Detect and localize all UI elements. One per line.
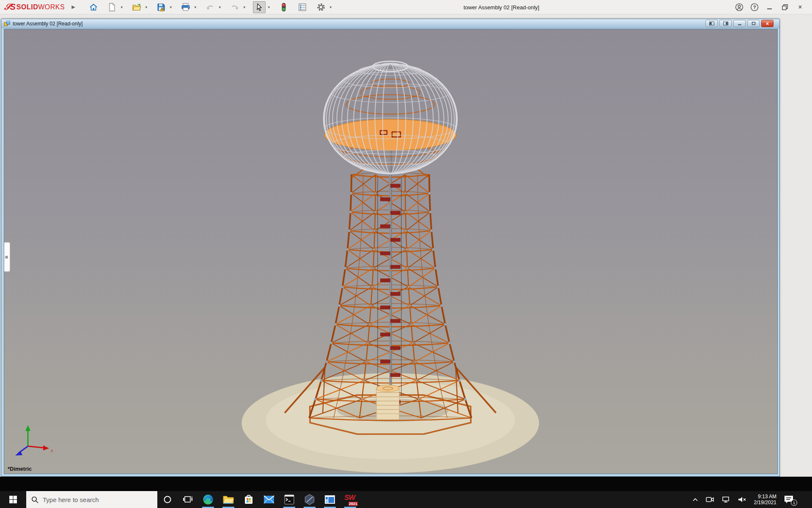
new-document-button[interactable] — [106, 1, 118, 13]
edge-icon — [203, 494, 214, 505]
doc-minimize-icon — [738, 22, 742, 25]
minimize-button[interactable] — [764, 1, 776, 13]
mail-icon — [263, 495, 274, 504]
window-pane-left-button[interactable] — [705, 20, 718, 27]
search-icon — [31, 496, 38, 503]
task-view-button[interactable] — [178, 491, 198, 508]
gear-icon — [317, 3, 325, 11]
y-axis-arrow — [25, 425, 30, 431]
taskbar-app-file-explorer[interactable] — [218, 491, 239, 508]
show-hidden-icons-button[interactable] — [692, 497, 698, 502]
orientation-triad[interactable]: x — [12, 422, 54, 458]
close-icon: × — [798, 3, 802, 11]
menu-expand-icon[interactable]: ▶ — [71, 4, 75, 10]
assembly-document-icon — [4, 20, 11, 27]
close-button[interactable]: × — [794, 1, 806, 13]
taskbar-app-solidworks[interactable]: SW 2021 — [340, 491, 360, 508]
command-prompt-icon — [284, 494, 294, 505]
blue-window-app-icon — [324, 495, 335, 504]
hexagon-app-icon — [304, 494, 315, 505]
network-icon — [722, 496, 730, 503]
options-button[interactable] — [315, 1, 327, 13]
pane-right-icon — [723, 22, 728, 25]
document-title: tower Assembly 02 [Read-only] — [13, 21, 82, 27]
file-properties-icon — [298, 3, 307, 11]
solidworks-logo-icon: 𝒮S SOLID WORKS — [4, 2, 65, 12]
doc-minimize-button[interactable] — [733, 20, 746, 27]
meet-now-button[interactable] — [705, 496, 715, 503]
open-folder-icon — [132, 3, 141, 11]
restore-icon — [782, 4, 788, 11]
featuremanager-collapsed-tab[interactable] — [4, 242, 10, 272]
action-center-button[interactable]: 1 — [784, 495, 795, 504]
x-axis-arrow — [43, 445, 49, 450]
network-button[interactable] — [722, 496, 730, 503]
mdi-background: tower Assembly 02 [Read-only] — [0, 14, 812, 477]
cursor-arrow-icon — [255, 3, 263, 11]
chevron-up-icon — [692, 497, 698, 502]
tab-dot-icon — [5, 256, 8, 259]
undo-dropdown[interactable]: ▾ — [217, 1, 222, 13]
file-explorer-icon — [223, 494, 234, 505]
solidworks-year-badge: 2021 — [348, 502, 358, 506]
save-button[interactable] — [155, 1, 167, 13]
taskbar-app-edge[interactable] — [198, 491, 218, 508]
save-icon — [157, 3, 165, 11]
x-axis-label: x — [51, 448, 53, 453]
redo-dropdown[interactable]: ▾ — [242, 1, 247, 13]
select-tool-button[interactable] — [253, 1, 266, 13]
view-orientation-label: *Dimetric — [8, 466, 32, 472]
file-properties-button[interactable] — [296, 1, 309, 13]
brand-works: WORKS — [38, 3, 65, 11]
home-icon — [89, 3, 98, 11]
taskbar-app-mail[interactable] — [259, 491, 279, 508]
open-button[interactable] — [130, 1, 143, 13]
window-pane-right-button[interactable] — [719, 20, 732, 27]
traffic-light-button[interactable] — [277, 1, 290, 13]
cortana-icon — [163, 495, 172, 504]
taskbar-clock[interactable]: 9:13 AM 2/19/2021 — [754, 494, 776, 505]
clock-date: 2/19/2021 — [754, 500, 776, 505]
speaker-muted-icon — [738, 496, 747, 503]
select-tool-dropdown[interactable]: ▾ — [266, 1, 272, 13]
windows-start-icon — [9, 496, 17, 503]
pane-left-icon — [709, 22, 714, 25]
save-dropdown[interactable]: ▾ — [168, 1, 173, 13]
redo-icon — [230, 3, 239, 11]
volume-button[interactable] — [738, 496, 747, 503]
doc-restore-button[interactable] — [747, 20, 760, 27]
app-titlebar: 𝒮S SOLID WORKS ▶ ▾ ▾ — [0, 0, 812, 14]
document-titlebar[interactable]: tower Assembly 02 [Read-only] — [1, 19, 779, 28]
options-dropdown[interactable]: ▾ — [328, 1, 333, 13]
new-document-dropdown[interactable]: ▾ — [119, 1, 124, 13]
taskbar-app-hexagon[interactable] — [299, 491, 320, 508]
taskbar-app-blue-window[interactable] — [320, 491, 340, 508]
taskbar-search[interactable] — [26, 491, 157, 508]
cortana-button[interactable] — [157, 491, 178, 508]
print-button[interactable] — [179, 1, 192, 13]
start-button[interactable] — [0, 491, 26, 508]
traffic-light-icon — [281, 3, 287, 12]
redo-button[interactable] — [228, 1, 241, 13]
3d-model-canvas[interactable] — [4, 29, 777, 474]
graphics-viewport[interactable]: x *Dimetric — [4, 29, 778, 474]
print-dropdown[interactable]: ▾ — [193, 1, 198, 13]
svg-text:?: ? — [753, 5, 756, 10]
taskbar-app-store[interactable] — [239, 491, 259, 508]
brand-solid: SOLID — [16, 3, 38, 11]
document-window: tower Assembly 02 [Read-only] — [1, 19, 780, 477]
help-button[interactable]: ? — [749, 1, 760, 13]
account-button[interactable] — [733, 1, 745, 13]
camera-icon — [705, 496, 715, 503]
maximize-restore-button[interactable] — [779, 1, 791, 13]
taskbar-app-command-prompt[interactable] — [279, 491, 299, 508]
doc-restore-icon — [752, 22, 756, 25]
undo-button[interactable] — [204, 1, 217, 13]
print-icon — [181, 3, 190, 11]
app-window-title: tower Assembly 02 [Read-only] — [464, 0, 539, 14]
doc-close-button[interactable]: × — [761, 20, 774, 27]
clock-time: 9:13 AM — [754, 494, 776, 500]
search-input[interactable] — [43, 496, 144, 503]
open-dropdown[interactable]: ▾ — [144, 1, 149, 13]
home-button[interactable] — [87, 1, 100, 13]
